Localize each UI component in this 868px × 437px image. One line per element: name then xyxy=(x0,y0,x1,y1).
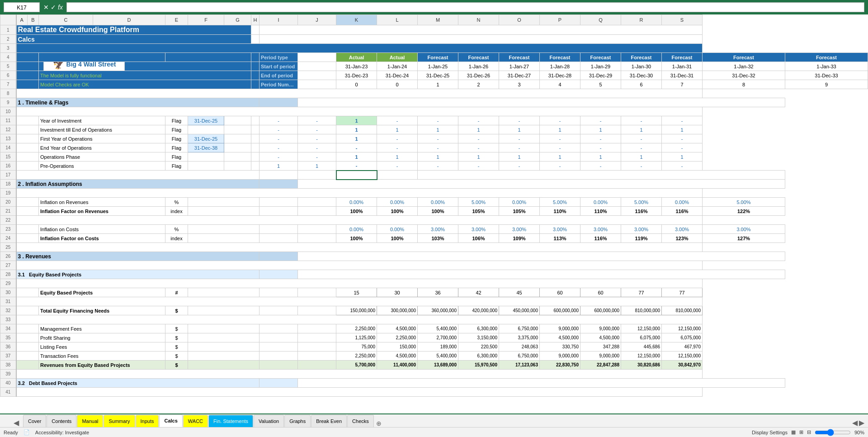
spreadsheet-wrapper: A B C D E F G H I J K L M N O P Q xyxy=(0,14,868,413)
period-actual-1: Actual xyxy=(377,53,418,62)
scroll-sheets-left[interactable]: ◀ xyxy=(852,418,858,427)
row-3: 3 xyxy=(0,44,868,53)
col-P[interactable]: P xyxy=(540,15,580,25)
tab-valuation[interactable]: Valuation xyxy=(254,415,284,427)
col-H[interactable]: H xyxy=(251,15,259,25)
row-16: 16 Pre-Operations Flag 1 1 - - - - - - - xyxy=(0,162,868,171)
label-pre-ops: Pre-Operations xyxy=(39,162,165,171)
row-28: 28 3.1 Equity Based Projects xyxy=(0,270,868,279)
row-9: 9 1 . Timeline & Flags xyxy=(0,98,868,107)
scroll-tabs-left[interactable]: ◀ xyxy=(14,418,19,427)
start-0: 31-Jan-23 xyxy=(336,62,377,71)
col-D[interactable]: D xyxy=(93,15,165,25)
col-B[interactable]: B xyxy=(28,15,39,25)
tab-graphs[interactable]: Graphs xyxy=(284,415,311,427)
row-2: 2 Calcs xyxy=(0,35,868,44)
col-N[interactable]: N xyxy=(458,15,499,25)
cancel-icon[interactable]: ✕ xyxy=(43,4,49,11)
row-36: 36 Listing Fees $ 75,000 150,000 189,000… xyxy=(0,342,868,352)
tab-cover[interactable]: Cover xyxy=(23,415,46,427)
pnum-3: 2 xyxy=(458,80,499,89)
section-timeline: 1 . Timeline & Flags xyxy=(16,98,259,107)
confirm-icon[interactable]: ✓ xyxy=(51,4,56,11)
pnum-9: 8 xyxy=(703,80,785,89)
scroll-sheets-right[interactable]: ▶ xyxy=(859,418,864,427)
section-inflation: 2 . Inflation Assumptions xyxy=(16,180,259,189)
tab-wacc[interactable]: WACC xyxy=(183,415,208,427)
tab-contents[interactable]: Contents xyxy=(47,415,76,427)
row-7: 7 Model Checks are OK Period Number 0 0 … xyxy=(0,80,868,89)
zoom-level: 90% xyxy=(854,430,864,435)
period-forecast-1: Forecast xyxy=(418,53,458,62)
col-J[interactable]: J xyxy=(298,15,336,25)
unit-profit-sharing: $ xyxy=(165,333,188,342)
cell-reference-box[interactable]: K17 xyxy=(4,2,40,12)
view-page-break-icon[interactable]: ⊟ xyxy=(807,429,811,435)
unit-infl-factor-cost: index xyxy=(165,234,188,243)
logo-tagline: Believe, Conceive, Excel xyxy=(61,70,106,71)
pnum-6: 5 xyxy=(580,80,621,89)
period-forecast-5: Forecast xyxy=(580,53,621,62)
input-end-yr-ops[interactable]: 31-Dec-38 xyxy=(188,143,224,152)
label-ops-phase: Operations Phase xyxy=(39,152,165,162)
label-end-yr-ops: End Year of Operations xyxy=(39,143,165,152)
col-G[interactable]: G xyxy=(224,15,251,25)
tab-fin-statements[interactable]: Fin. Statements xyxy=(208,415,253,427)
flag-label-6: Flag xyxy=(165,162,188,171)
col-S[interactable]: S xyxy=(662,15,703,25)
label-infl-factor-cost: Inflation Factor on Costs xyxy=(39,234,165,243)
start-2: 1-Jan-25 xyxy=(418,62,458,71)
unit-infl-factor-rev: index xyxy=(165,207,188,216)
main-title: Real Estate Crowdfunding Platform xyxy=(16,25,251,35)
col-I[interactable]: I xyxy=(259,15,298,25)
formula-input[interactable] xyxy=(66,2,864,12)
row-22: 22 xyxy=(0,216,868,225)
add-sheet-btn[interactable]: ⊕ xyxy=(376,420,382,427)
tab-calcs[interactable]: Calcs xyxy=(159,414,182,427)
selected-cell-k17[interactable] xyxy=(336,171,377,180)
accessibility-label[interactable]: Accessibility: Investigate xyxy=(35,430,89,435)
start-4: 1-Jan-27 xyxy=(499,62,540,71)
row-37: 37 Transaction Fees $ 2,250,000 4,500,00… xyxy=(0,352,868,361)
col-O[interactable]: O xyxy=(499,15,540,25)
label-infl-rev: Inflation on Revenues xyxy=(39,198,165,207)
tab-manual[interactable]: Manual xyxy=(77,415,103,427)
period-forecast-6: Forecast xyxy=(621,53,662,62)
col-A[interactable]: A xyxy=(16,15,28,25)
row-23: 23 Inflation on Costs % 0.00% 0.00% 3.00… xyxy=(0,225,868,234)
end-6: 31-Dec-29 xyxy=(580,71,621,80)
spreadsheet-table: A B C D E F G H I J K L M N O P Q xyxy=(0,14,868,397)
label-infl-cost: Inflation on Costs xyxy=(39,225,165,234)
input-year-invest[interactable]: 31-Dec-25 xyxy=(188,116,224,125)
col-E[interactable]: E xyxy=(165,15,188,25)
end-7: 31-Dec-30 xyxy=(621,71,662,80)
unit-transaction-fees: $ xyxy=(165,352,188,361)
function-icon[interactable]: fx xyxy=(58,4,63,11)
col-Q[interactable]: Q xyxy=(580,15,621,25)
col-K[interactable]: K xyxy=(336,15,377,25)
col-C[interactable]: C xyxy=(39,15,93,25)
pnum-5: 4 xyxy=(540,80,580,89)
row-17: 17 xyxy=(0,171,868,180)
display-settings-label[interactable]: Display Settings xyxy=(752,430,788,435)
tab-inputs[interactable]: Inputs xyxy=(136,415,159,427)
col-L[interactable]: L xyxy=(377,15,418,25)
view-normal-icon[interactable]: ▦ xyxy=(791,429,796,435)
period-forecast-9: Forecast xyxy=(785,53,868,62)
view-layout-icon[interactable]: ⊞ xyxy=(799,429,803,435)
period-actual-0: Actual xyxy=(336,53,377,62)
tab-checks[interactable]: Checks xyxy=(347,415,374,427)
input-first-yr-ops[interactable]: 31-Dec-25 xyxy=(188,134,224,143)
period-forecast-7: Forecast xyxy=(662,53,703,62)
zoom-slider[interactable] xyxy=(815,430,851,435)
label-mgmt-fees: Management Fees xyxy=(39,324,165,333)
subsection-debt: 3.2 Debt Based Projects xyxy=(16,379,259,388)
row-25: 25 xyxy=(0,243,868,252)
col-R[interactable]: R xyxy=(621,15,662,25)
page-view-icon[interactable]: 📄 xyxy=(24,429,30,435)
pnum-8: 7 xyxy=(662,80,703,89)
tab-break-even[interactable]: Break Even xyxy=(311,415,347,427)
col-F[interactable]: F xyxy=(188,15,224,25)
col-M[interactable]: M xyxy=(418,15,458,25)
tab-summary[interactable]: Summary xyxy=(104,415,135,427)
